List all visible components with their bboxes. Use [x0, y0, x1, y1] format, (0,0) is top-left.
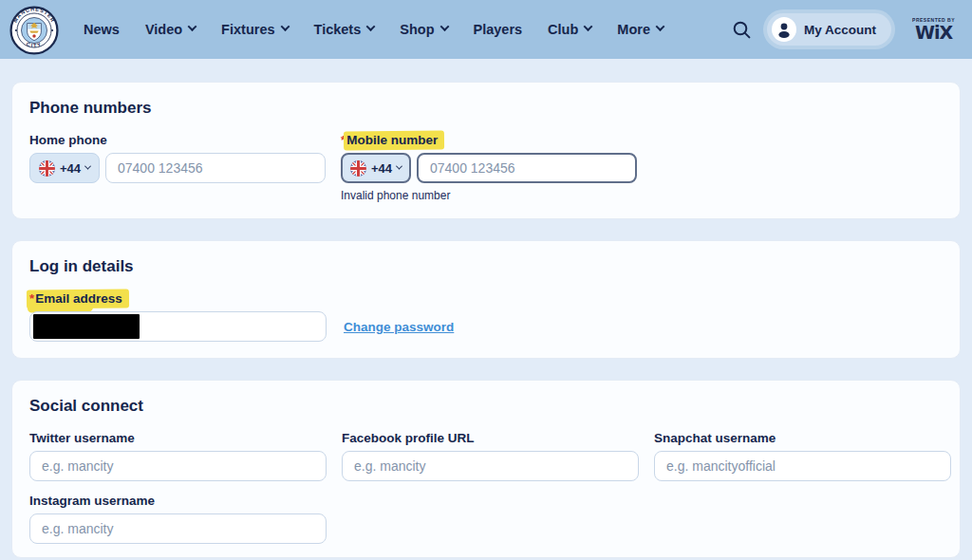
facebook-profile-label: Facebook profile URL [342, 431, 475, 445]
required-asterisk: * [29, 291, 34, 306]
manchester-city-logo[interactable]: MANCHESTER CITY [9, 6, 59, 55]
mobile-number-input[interactable] [417, 153, 637, 183]
mobile-country-code: +44 [371, 161, 392, 176]
chevron-down-icon [188, 22, 197, 31]
annotation-highlight: Mobile number [346, 133, 438, 147]
login-details-card: Log in details *Email address Change pas… [11, 240, 961, 359]
mobile-country-select[interactable]: +44 [341, 153, 411, 183]
my-account-button[interactable]: My Account [767, 13, 891, 46]
nav-item-club[interactable]: Club [548, 22, 591, 37]
facebook-profile-field: Facebook profile URL [342, 431, 639, 481]
home-phone-field: Home phone + [29, 133, 326, 183]
phone-numbers-title: Phone numbers [29, 99, 943, 118]
nav-item-shop[interactable]: Shop [400, 22, 447, 37]
search-icon [732, 20, 752, 40]
nav-item-fixtures[interactable]: Fixtures [221, 22, 288, 37]
home-phone-label: Home phone [29, 133, 107, 147]
phone-numbers-card: Phone numbers Home phone [11, 82, 961, 219]
chevron-down-icon [84, 162, 91, 169]
email-field-wrapper [29, 311, 327, 342]
chevron-down-icon [366, 22, 376, 31]
nav-item-players[interactable]: Players [474, 22, 523, 37]
home-phone-input[interactable] [105, 153, 326, 183]
chevron-down-icon [439, 22, 449, 31]
annotation-highlight: *Email address [29, 291, 122, 306]
login-details-title: Log in details [29, 257, 943, 276]
change-password-link[interactable]: Change password [344, 320, 454, 334]
instagram-username-label: Instagram username [29, 494, 155, 508]
instagram-username-input[interactable] [29, 513, 327, 544]
home-country-code: +44 [60, 161, 81, 176]
search-button[interactable] [732, 20, 752, 40]
social-connect-title: Social connect [29, 397, 943, 416]
nav-item-tickets[interactable]: Tickets [314, 22, 375, 37]
nav-item-news[interactable]: News [84, 22, 120, 37]
chevron-down-icon [656, 22, 665, 31]
snapchat-username-input[interactable] [654, 451, 951, 481]
instagram-username-field: Instagram username [29, 494, 327, 544]
user-avatar-icon [775, 20, 794, 39]
chevron-down-icon [396, 162, 402, 169]
wix-wordmark: WiX [915, 24, 952, 42]
redacted-email-value [33, 314, 140, 339]
wix-logo[interactable]: PRESENTED BY WiX [912, 18, 955, 42]
account-settings-page: Phone numbers Home phone [0, 59, 972, 558]
facebook-profile-input[interactable] [342, 451, 639, 481]
nav-item-video[interactable]: Video [145, 22, 196, 37]
top-navbar: MANCHESTER CITY News Video Fixtures Tick… [0, 0, 972, 59]
mobile-error-message: Invalid phone number [341, 189, 637, 202]
chevron-down-icon [280, 22, 290, 31]
nav-item-more[interactable]: More [617, 22, 664, 37]
primary-nav: News Video Fixtures Tickets Shop Players… [84, 22, 664, 37]
twitter-username-input[interactable] [29, 451, 327, 481]
mobile-number-label: *Mobile number [341, 133, 438, 147]
twitter-username-label: Twitter username [29, 431, 135, 445]
email-address-label: *Email address [29, 291, 122, 306]
navbar-right: My Account PRESENTED BY WiX [732, 13, 955, 46]
my-account-label: My Account [804, 23, 876, 37]
social-connect-card: Social connect Twitter username Facebook… [11, 380, 961, 558]
twitter-username-field: Twitter username [29, 431, 327, 481]
club-badge-icon: MANCHESTER CITY [9, 6, 59, 55]
uk-flag-icon [350, 160, 366, 177]
mobile-number-field: *Mobile number [341, 133, 637, 202]
snapchat-username-field: Snapchat username [654, 431, 951, 481]
chevron-down-icon [584, 22, 593, 31]
home-phone-country-select[interactable]: +44 [29, 153, 100, 183]
avatar [772, 17, 796, 42]
snapchat-username-label: Snapchat username [654, 431, 776, 445]
uk-flag-icon [39, 160, 55, 177]
